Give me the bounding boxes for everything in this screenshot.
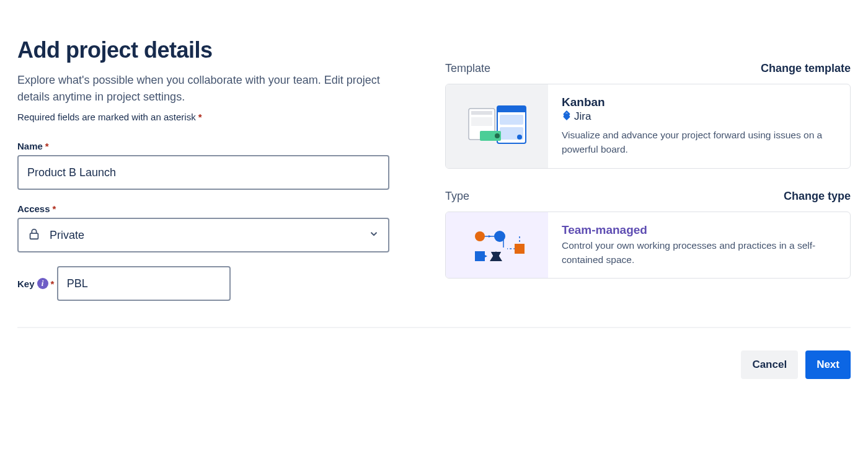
- template-name: Kanban: [562, 96, 836, 109]
- type-desc: Control your own working processes and p…: [562, 238, 836, 267]
- page-subtitle: Explore what's possible when you collabo…: [17, 72, 389, 105]
- type-card[interactable]: Team-managed Control your own working pr…: [445, 212, 851, 279]
- jira-icon: [562, 110, 572, 123]
- svg-rect-16: [475, 251, 485, 261]
- next-button[interactable]: Next: [805, 350, 851, 379]
- chevron-down-icon: [368, 228, 379, 242]
- required-fields-note: Required fields are marked with an aster…: [17, 112, 389, 122]
- change-template-button[interactable]: Change template: [761, 62, 851, 75]
- template-section-label: Template: [445, 62, 490, 75]
- svg-rect-5: [497, 106, 526, 112]
- name-label: Name*: [17, 141, 49, 151]
- access-value: Private: [50, 229, 84, 242]
- access-select[interactable]: Private: [17, 218, 389, 252]
- kanban-illustration: [446, 84, 548, 168]
- lock-icon: [27, 227, 41, 243]
- key-label: Key i *: [17, 278, 54, 289]
- svg-marker-12: [489, 235, 491, 238]
- svg-marker-20: [485, 255, 487, 257]
- access-label: Access*: [17, 203, 56, 214]
- template-card[interactable]: Kanban Jira Visualize and advance your p…: [445, 84, 851, 169]
- svg-point-10: [495, 133, 500, 138]
- footer-actions: Cancel Next: [17, 327, 851, 379]
- svg-point-13: [475, 231, 485, 241]
- name-input[interactable]: [17, 155, 389, 190]
- team-managed-illustration: [446, 212, 548, 279]
- change-type-button[interactable]: Change type: [784, 190, 851, 203]
- template-brand: Jira: [562, 110, 836, 123]
- info-icon[interactable]: i: [37, 278, 48, 289]
- svg-rect-0: [30, 233, 38, 239]
- type-section-label: Type: [445, 190, 469, 203]
- svg-rect-3: [471, 117, 492, 126]
- svg-rect-2: [471, 111, 492, 115]
- key-input[interactable]: [57, 266, 231, 301]
- page-title: Add project details: [17, 37, 389, 63]
- svg-rect-15: [515, 244, 525, 254]
- svg-point-8: [517, 135, 522, 140]
- cancel-button[interactable]: Cancel: [741, 350, 798, 379]
- svg-point-14: [494, 231, 505, 242]
- svg-rect-6: [500, 115, 523, 125]
- template-desc: Visualize and advance your project forwa…: [562, 128, 836, 157]
- type-name: Team-managed: [562, 223, 836, 237]
